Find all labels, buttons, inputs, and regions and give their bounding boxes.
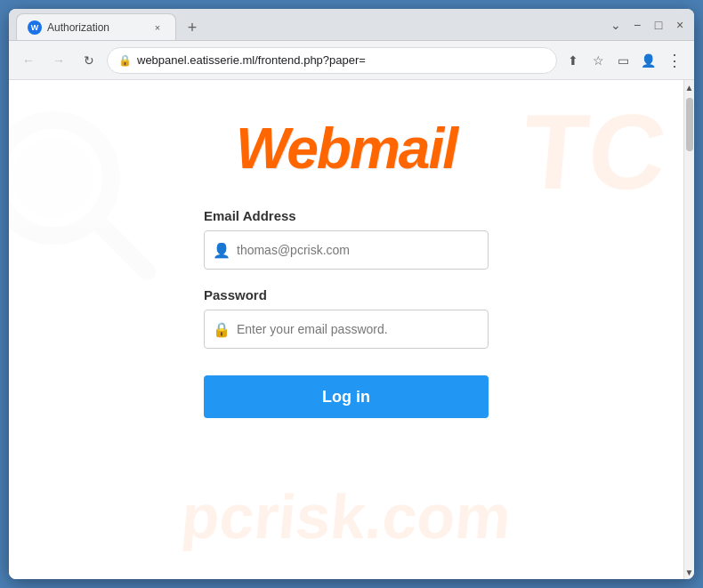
tab-title: Authorization: [47, 21, 145, 34]
title-bar: W Authorization × + ⌄ − □ ×: [9, 9, 694, 41]
window-maximize-button[interactable]: □: [651, 18, 666, 32]
forward-button[interactable]: →: [46, 48, 71, 73]
reload-button[interactable]: ↻: [77, 48, 101, 73]
tab-favicon: W: [28, 20, 42, 35]
login-container: Webmail Email Address 👤 Password 🔒 Log i…: [9, 80, 683, 454]
browser-window: W Authorization × + ⌄ − □ × ← → ↻ 🔒 webp…: [9, 9, 694, 579]
password-lock-icon: 🔒: [213, 321, 230, 338]
password-label: Password: [204, 287, 489, 302]
email-input[interactable]: [204, 230, 489, 270]
scrollbar[interactable]: ▲ ▼: [683, 80, 694, 579]
window-collapse-button[interactable]: ⌄: [609, 18, 623, 32]
title-bar-controls: ⌄ − □ ×: [609, 18, 687, 32]
login-button[interactable]: Log in: [204, 375, 489, 418]
back-button[interactable]: ←: [16, 48, 41, 73]
email-input-wrap: 👤: [204, 230, 489, 270]
new-tab-button[interactable]: +: [180, 15, 205, 40]
address-bar: ← → ↻ 🔒 webpanel.eatisserie.ml/frontend.…: [9, 41, 694, 80]
scrollbar-thumb[interactable]: [686, 98, 693, 151]
page-content: TC pcrisk.com Webmail Email Address 👤 Pa…: [9, 80, 683, 579]
url-display: webpanel.eatisserie.ml/frontend.php?pape…: [137, 53, 545, 67]
password-input-wrap: 🔒: [204, 310, 489, 349]
lock-icon: 🔒: [118, 54, 132, 67]
scrollbar-down-arrow[interactable]: ▼: [684, 565, 694, 579]
content-area: TC pcrisk.com Webmail Email Address 👤 Pa…: [9, 80, 694, 579]
password-input[interactable]: [204, 310, 489, 349]
address-bar-icons: ⬆ ☆ ▭ 👤 ⋮: [562, 48, 687, 73]
tab-close-button[interactable]: ×: [150, 20, 165, 35]
active-tab[interactable]: W Authorization ×: [16, 13, 176, 40]
login-form: Email Address 👤 Password 🔒 Log in: [204, 208, 489, 418]
webmail-logo: Webmail: [236, 116, 457, 181]
scrollbar-up-arrow[interactable]: ▲: [684, 80, 694, 94]
email-label: Email Address: [204, 208, 489, 223]
tab-strip: W Authorization × +: [16, 9, 602, 40]
window-minimize-button[interactable]: −: [630, 18, 644, 32]
browser-menu-button[interactable]: ⋮: [662, 48, 687, 73]
email-user-icon: 👤: [213, 242, 230, 259]
window-close-button[interactable]: ×: [673, 18, 687, 32]
share-icon[interactable]: ⬆: [562, 50, 584, 71]
tablet-mode-icon[interactable]: ▭: [612, 50, 634, 71]
bookmark-icon[interactable]: ☆: [587, 50, 609, 71]
watermark-bottom-text: pcrisk.com: [9, 481, 683, 552]
profile-icon[interactable]: 👤: [637, 50, 659, 71]
address-bar-input-wrap[interactable]: 🔒 webpanel.eatisserie.ml/frontend.php?pa…: [107, 47, 557, 74]
